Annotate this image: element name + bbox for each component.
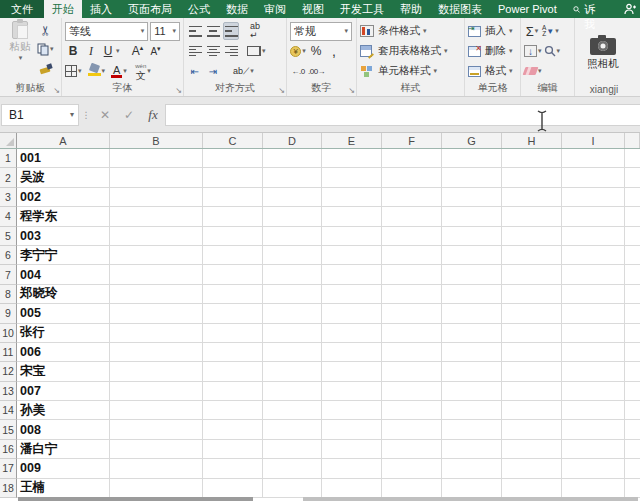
cell-B4[interactable] <box>110 207 203 226</box>
paste-button[interactable]: 粘贴 ▾ <box>3 21 37 83</box>
top-align-button[interactable] <box>187 22 203 40</box>
cell-E17[interactable] <box>322 459 382 478</box>
cell-B10[interactable] <box>110 324 203 343</box>
cell-B13[interactable] <box>110 382 203 401</box>
font-dialog-launcher[interactable]: ↘ <box>175 87 182 95</box>
cell-A1[interactable]: 001 <box>17 149 110 168</box>
cell-D4[interactable] <box>263 207 322 226</box>
cell-H1[interactable] <box>502 149 562 168</box>
cell-D16[interactable] <box>263 440 322 459</box>
orientation-button[interactable]: ab⟋▾ <box>233 62 254 80</box>
cell-E7[interactable] <box>322 265 382 284</box>
cell-I3[interactable] <box>562 188 625 207</box>
cell-G9[interactable] <box>442 304 502 323</box>
ribbon-tab-10[interactable]: 数据图表 <box>430 0 490 18</box>
row-header-15[interactable]: 15 <box>0 420 17 439</box>
cell-A4[interactable]: 程学东 <box>17 207 110 226</box>
camera-button[interactable]: 照相机 <box>578 21 628 83</box>
clipboard-dialog-launcher[interactable]: ↘ <box>53 87 60 95</box>
cell-E5[interactable] <box>322 227 382 246</box>
row-header-1[interactable]: 1 <box>0 149 17 168</box>
cell-I2[interactable] <box>562 168 625 187</box>
row-header-5[interactable]: 5 <box>0 227 17 246</box>
cell-E11[interactable] <box>322 343 382 362</box>
ribbon-tab-6[interactable]: 审阅 <box>256 0 294 18</box>
cell-F17[interactable] <box>382 459 442 478</box>
cell-D6[interactable] <box>263 246 322 265</box>
cell-G11[interactable] <box>442 343 502 362</box>
select-all-corner[interactable] <box>0 133 17 148</box>
cell-G16[interactable] <box>442 440 502 459</box>
cell-F4[interactable] <box>382 207 442 226</box>
cell-D13[interactable] <box>263 382 322 401</box>
cell-G6[interactable] <box>442 246 502 265</box>
cell-partial-9[interactable] <box>625 304 640 323</box>
alignment-dialog-launcher[interactable]: ↘ <box>278 87 285 95</box>
cell-H14[interactable] <box>502 401 562 420</box>
cell-C1[interactable] <box>203 149 263 168</box>
format-as-table-button[interactable]: 套用表格格式 ▾ <box>360 41 461 61</box>
cell-C12[interactable] <box>203 362 263 381</box>
cell-I6[interactable] <box>562 246 625 265</box>
cell-E1[interactable] <box>322 149 382 168</box>
cell-A6[interactable]: 李宁宁 <box>17 246 110 265</box>
cell-H8[interactable] <box>502 285 562 304</box>
cell-D11[interactable] <box>263 343 322 362</box>
number-dialog-launcher[interactable]: ↘ <box>348 87 355 95</box>
cell-partial-15[interactable] <box>625 420 640 439</box>
column-header-B[interactable]: B <box>110 133 203 148</box>
row-header-8[interactable]: 8 <box>0 285 17 304</box>
cell-G2[interactable] <box>442 168 502 187</box>
column-header-D[interactable]: D <box>263 133 322 148</box>
shrink-font-button[interactable]: A▾ <box>148 42 164 60</box>
cell-G8[interactable] <box>442 285 502 304</box>
row-header-10[interactable]: 10 <box>0 324 17 343</box>
cell-A18[interactable]: 王楠 <box>17 479 110 498</box>
tell-me-button[interactable]: 告诉我 <box>565 0 614 18</box>
align-left-button[interactable] <box>187 42 203 60</box>
accounting-format-button[interactable]: ¥▾ <box>290 42 306 60</box>
ribbon-tab-5[interactable]: 数据 <box>218 0 256 18</box>
cell-A11[interactable]: 006 <box>17 343 110 362</box>
cell-E16[interactable] <box>322 440 382 459</box>
cell-partial-12[interactable] <box>625 362 640 381</box>
paste-dropdown-caret[interactable]: ▾ <box>19 54 23 62</box>
cell-G10[interactable] <box>442 324 502 343</box>
ribbon-tab-2[interactable]: 插入 <box>82 0 120 18</box>
cell-D10[interactable] <box>263 324 322 343</box>
comma-style-button[interactable]: , <box>326 42 342 60</box>
cell-A13[interactable]: 007 <box>17 382 110 401</box>
row-header-2[interactable]: 2 <box>0 168 17 187</box>
cell-I13[interactable] <box>562 382 625 401</box>
cell-F16[interactable] <box>382 440 442 459</box>
cell-H18[interactable] <box>502 479 562 498</box>
cell-C17[interactable] <box>203 459 263 478</box>
column-header-H[interactable]: H <box>502 133 562 148</box>
cell-F9[interactable] <box>382 304 442 323</box>
cell-F18[interactable] <box>382 479 442 498</box>
cell-A12[interactable]: 宋宝 <box>17 362 110 381</box>
cell-F6[interactable] <box>382 246 442 265</box>
italic-button[interactable]: I <box>83 42 99 60</box>
cell-B18[interactable] <box>110 479 203 498</box>
cell-H15[interactable] <box>502 420 562 439</box>
cell-D15[interactable] <box>263 420 322 439</box>
column-header-partial[interactable] <box>625 133 640 148</box>
column-header-G[interactable]: G <box>442 133 502 148</box>
cell-F14[interactable] <box>382 401 442 420</box>
cell-H6[interactable] <box>502 246 562 265</box>
cell-partial-8[interactable] <box>625 285 640 304</box>
cell-partial-13[interactable] <box>625 382 640 401</box>
cell-H16[interactable] <box>502 440 562 459</box>
sort-filter-button[interactable]: AZ▼▾ <box>542 22 559 40</box>
cell-F12[interactable] <box>382 362 442 381</box>
cell-I9[interactable] <box>562 304 625 323</box>
cell-D8[interactable] <box>263 285 322 304</box>
share-button[interactable] <box>614 0 640 18</box>
cell-D5[interactable] <box>263 227 322 246</box>
name-box-caret[interactable]: ▾ <box>70 110 74 119</box>
cell-C6[interactable] <box>203 246 263 265</box>
cell-F15[interactable] <box>382 420 442 439</box>
column-header-C[interactable]: C <box>203 133 263 148</box>
cell-I12[interactable] <box>562 362 625 381</box>
